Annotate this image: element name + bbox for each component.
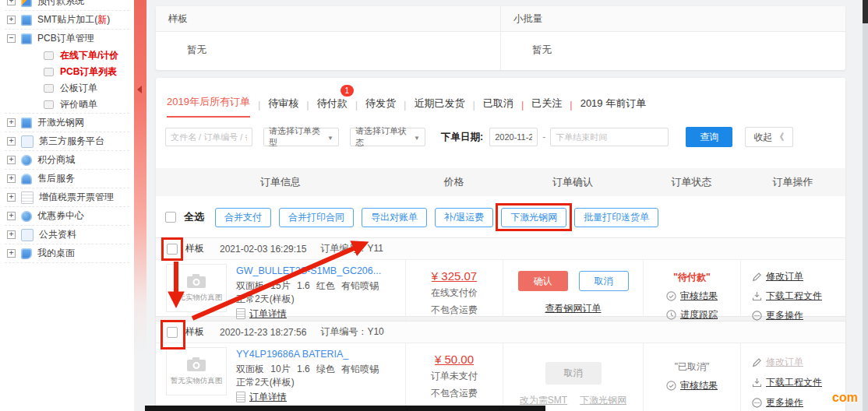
plus-icon[interactable] xyxy=(7,193,16,202)
order-info-cell: 暂无实物仿真图 YY4LP19686A BATERIA_ 双面板 10片 1.6… xyxy=(156,343,405,411)
sidebar-item-vat-invoice[interactable]: 增值税票开票管理 xyxy=(0,188,134,206)
sidebar-item-prepay-system[interactable]: 预付款系统 xyxy=(0,0,134,10)
search-button[interactable]: 查询 xyxy=(686,127,732,147)
after-sales-icon xyxy=(21,174,32,184)
link-label: 进度跟踪 xyxy=(680,308,718,321)
col-price: 价格 xyxy=(405,175,503,189)
order-type-select[interactable]: 请选择订单类型 xyxy=(263,128,339,146)
date-end-input[interactable] xyxy=(550,128,669,146)
sidebar-item-label: 售后服务 xyxy=(37,172,75,185)
actions-cell: 修改订单 下载工程文件 更多操作 xyxy=(740,343,845,411)
review-result-link[interactable]: 审核结果 xyxy=(666,290,718,303)
tab-recently-shipped[interactable]: 近期已发货 xyxy=(414,92,464,118)
sidebar-item-pcb-order-list[interactable]: PCB订单列表 xyxy=(0,64,134,80)
plus-icon[interactable] xyxy=(7,249,16,258)
tab-before-2019[interactable]: 2019 年前订单 xyxy=(580,92,647,118)
lead-time: 正常2天(样板) xyxy=(236,293,381,307)
product-thumbnail[interactable]: 暂无实物仿真图 xyxy=(166,264,227,312)
product-name-link[interactable]: GW_BULLET2S-S1MB_GC206... xyxy=(236,265,381,279)
select-all-checkbox[interactable] xyxy=(165,212,176,223)
cancel-button-disabled[interactable]: 取消 xyxy=(545,362,602,385)
more-actions-link[interactable]: 更多操作 xyxy=(752,396,803,409)
bulk-actions-row: 全选 合并支付 合并打印合同 导出对账单 补/退运费 下激光钢网 批量打印送货单 xyxy=(165,206,658,228)
collapse-filter-button[interactable]: 收起 《 xyxy=(745,127,792,147)
filter-row: 请选择订单类型 请选择订单状态 下单日期: - 查询 收起 《 xyxy=(165,127,793,147)
col-order-confirm: 订单确认 xyxy=(503,175,643,189)
plus-icon[interactable] xyxy=(7,156,16,164)
merge-print-contract-button[interactable]: 合并打印合同 xyxy=(279,208,354,227)
tab-followed[interactable]: 已关注 xyxy=(531,92,562,118)
link-label: 下载工程文件 xyxy=(766,376,822,389)
order-row-header: 样板 2020-12-23 18:27:56 订单编号：Y10 xyxy=(156,321,845,343)
sidebar-item-pcb-order-management[interactable]: PCB订单管理 xyxy=(0,30,134,47)
scrollbar[interactable] xyxy=(863,0,868,411)
sidebar-item-after-sales[interactable]: 售后服务 xyxy=(0,170,134,188)
sidebar-collapse-strip[interactable] xyxy=(134,0,146,354)
date-start-input[interactable] xyxy=(489,128,538,146)
date-range-separator: - xyxy=(542,132,545,142)
price-link[interactable]: ¥ 325.07 xyxy=(432,269,477,283)
summary-sample-value: 暂无 xyxy=(156,32,500,70)
tab-separator: | xyxy=(404,99,406,118)
confirm-cell: 确认 取消 查看钢网订单 xyxy=(503,260,643,322)
order-date-label: 下单日期: xyxy=(441,131,483,144)
tab-separator: | xyxy=(521,99,524,118)
page-icon xyxy=(44,51,54,60)
sidebar-item-points-mall[interactable]: 积分商城 xyxy=(0,151,134,169)
tab-cancelled[interactable]: 已取消 xyxy=(483,92,513,118)
progress-tracking-link[interactable]: 进度跟踪 xyxy=(666,308,718,321)
download-files-link[interactable]: 下载工程文件 xyxy=(752,290,822,303)
order-checkbox[interactable] xyxy=(167,327,178,338)
sidebar-item-third-party[interactable]: 第三方服务平台 xyxy=(0,132,134,150)
plus-icon[interactable] xyxy=(7,137,16,146)
merge-pay-button[interactable]: 合并支付 xyxy=(215,208,271,227)
price-link[interactable]: ¥ 50.00 xyxy=(435,353,474,366)
plus-icon[interactable] xyxy=(7,174,16,183)
sidebar-item-public-resources[interactable]: 公共资料 xyxy=(0,226,134,244)
view-stencil-order-link[interactable]: 查看钢网订单 xyxy=(545,302,602,315)
order-detail-link[interactable]: 订单详情 xyxy=(236,391,379,405)
laser-stencil-button[interactable]: 下激光钢网 xyxy=(501,208,566,227)
price-cell: ¥ 325.07 在线支付价 不包含运费 xyxy=(405,260,503,322)
modify-order-link-disabled[interactable]: 修改订单 xyxy=(752,356,803,369)
product-thumbnail[interactable]: 暂无实物仿真图 xyxy=(166,347,227,395)
tab-pending-shipment[interactable]: 待发货 xyxy=(365,92,396,118)
order-time: 2021-02-03 16:29:15 xyxy=(220,244,306,255)
order-detail-link[interactable]: 订单详情 xyxy=(236,307,381,321)
minus-icon[interactable] xyxy=(7,34,16,43)
plus-icon[interactable] xyxy=(7,118,16,127)
tab-all-orders-after-2019[interactable]: 2019年后所有订单 xyxy=(167,90,250,118)
laser-stencil-link[interactable]: 下激光钢网 xyxy=(580,394,626,407)
more-icon xyxy=(752,311,762,321)
product-name-link[interactable]: YY4LP19686A BATERIA_ xyxy=(236,348,379,362)
confirm-button[interactable]: 确认 xyxy=(518,271,568,291)
review-result-link[interactable]: 审核结果 xyxy=(666,379,718,392)
plus-icon[interactable] xyxy=(7,16,16,24)
order-checkbox[interactable] xyxy=(167,244,178,255)
cancel-button[interactable]: 取消 xyxy=(579,271,629,291)
select-value: 请选择订单状态 xyxy=(355,125,414,149)
modify-order-link[interactable]: 修改订单 xyxy=(752,270,803,283)
keyword-input[interactable] xyxy=(165,128,252,146)
sidebar-item-smt[interactable]: SMT贴片加工(新) xyxy=(0,11,134,29)
sidebar-item-laser-stencil[interactable]: 开激光钢网 xyxy=(0,114,134,132)
plus-icon[interactable] xyxy=(7,230,16,239)
refund-shipping-button[interactable]: 补/退运费 xyxy=(435,208,493,227)
sidebar-item-coupon-center[interactable]: 优惠券中心 xyxy=(0,207,134,225)
plus-icon[interactable] xyxy=(7,212,16,220)
batch-print-delivery-button[interactable]: 批量打印送货单 xyxy=(574,208,658,227)
price-note: 订单未支付 xyxy=(431,370,478,383)
tab-pending-payment[interactable]: 待付款1 xyxy=(317,92,348,118)
sidebar-item-online-order[interactable]: 在线下单/计价 xyxy=(0,47,134,64)
export-statement-button[interactable]: 导出对账单 xyxy=(362,208,427,227)
sidebar-item-public-board-order[interactable]: 公板订单 xyxy=(0,80,134,97)
pencil-icon xyxy=(752,272,762,282)
sidebar-item-my-desktop[interactable]: 我的桌面 xyxy=(0,244,134,262)
check-circle-icon xyxy=(666,381,676,391)
order-type: 样板 xyxy=(185,242,204,255)
download-files-link[interactable]: 下载工程文件 xyxy=(752,376,822,389)
plus-icon[interactable] xyxy=(7,0,16,5)
sidebar-item-review-share[interactable]: 评价晒单 xyxy=(0,97,134,113)
order-status-select[interactable]: 请选择订单状态 xyxy=(350,128,425,146)
tab-pending-review[interactable]: 待审核 xyxy=(268,92,298,118)
